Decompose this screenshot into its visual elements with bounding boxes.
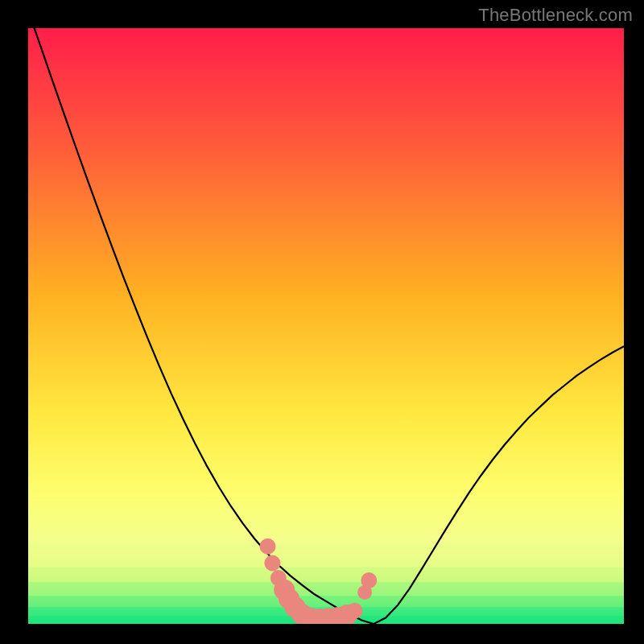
marker-dot: [347, 603, 363, 619]
chart-plot-area: [28, 28, 624, 624]
chart-frame: TheBottleneck.com: [0, 0, 644, 644]
chart-svg: [28, 28, 624, 624]
marker-dot: [361, 572, 377, 588]
svg-rect-2: [28, 582, 624, 596]
svg-rect-0: [28, 550, 624, 568]
attribution-label: TheBottleneck.com: [478, 5, 633, 26]
gradient-background: [28, 28, 624, 624]
marker-dot: [264, 555, 280, 572]
marker-dot: [260, 539, 276, 555]
svg-rect-1: [28, 568, 624, 583]
